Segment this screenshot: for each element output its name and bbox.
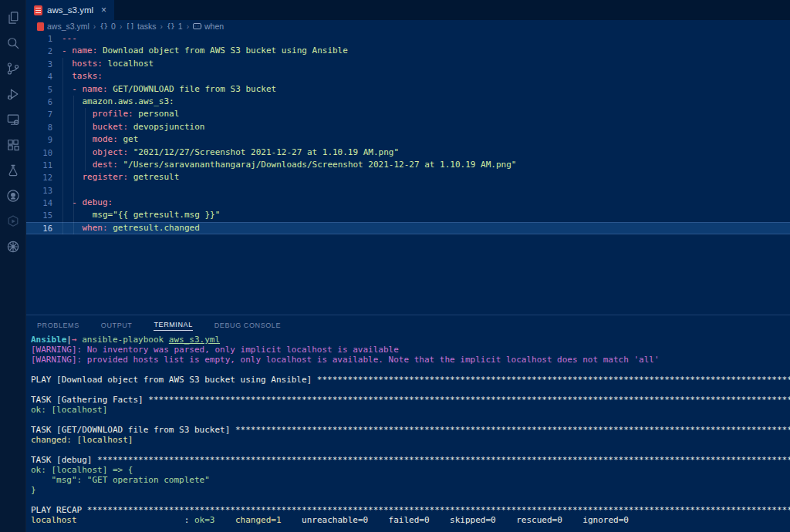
- code-line[interactable]: 2- name: Download object from AWS S3 buc…: [26, 45, 790, 57]
- breadcrumb-item-tasks[interactable]: []tasks: [126, 22, 156, 31]
- terminal-line: changed: [localhost]: [31, 435, 790, 445]
- terminal-line: "msg": "GET operation complete": [31, 475, 790, 485]
- source-control-icon[interactable]: [0, 56, 26, 81]
- breadcrumb-label: 0: [111, 22, 116, 31]
- line-number[interactable]: 1: [26, 32, 62, 45]
- code-line[interactable]: 6 amazon.aws.aws_s3:: [26, 96, 790, 108]
- bottom-panel: PROBLEMSOUTPUTTERMINALDEBUG CONSOLE Ansi…: [26, 315, 790, 532]
- code-text: object: "2021/12/27/Screenshot 2021-12-2…: [62, 146, 399, 159]
- line-number[interactable]: 11: [26, 159, 62, 171]
- line-number[interactable]: 15: [26, 209, 62, 221]
- panel-tab-problems[interactable]: PROBLEMS: [37, 319, 79, 331]
- code-text: register: getresult: [62, 171, 179, 184]
- terminal-line: Ansible|→ ansible-playbook aws_s3.yml: [31, 335, 790, 345]
- code-line[interactable]: 15 msg="{{ getresult.msg }}": [26, 209, 790, 221]
- code-text: tasks:: [62, 70, 103, 82]
- explorer-icon[interactable]: [0, 5, 26, 30]
- code-line[interactable]: 7 profile: personal: [26, 108, 790, 120]
- terminal-line: TASK [GET/DOWNLOAD file from S3 bucket] …: [31, 425, 790, 435]
- code-line[interactable]: 4 tasks:: [26, 70, 790, 82]
- panel-tab-bar: PROBLEMSOUTPUTTERMINALDEBUG CONSOLE: [26, 315, 790, 334]
- tab-aws-s3-yml[interactable]: aws_s3.yml ×: [26, 0, 114, 20]
- line-number[interactable]: 12: [26, 171, 62, 184]
- breadcrumb: aws_s3.yml›{}0›[]tasks›{}1›···when: [26, 20, 790, 32]
- testing-beaker-icon[interactable]: [0, 157, 26, 183]
- terminal-line: ok: [localhost]: [31, 405, 790, 415]
- terminal-line: PLAY [Download object from AWS S3 bucket…: [31, 375, 790, 385]
- line-number[interactable]: 10: [26, 146, 62, 159]
- code-line[interactable]: 8 bucket: devopsjunction: [26, 121, 790, 133]
- tab-bar: aws_s3.yml ×: [26, 0, 790, 20]
- github-icon[interactable]: [0, 183, 26, 208]
- panel-tab-terminal[interactable]: TERMINAL: [154, 318, 192, 331]
- breadcrumb-item-1[interactable]: {}1: [167, 22, 183, 31]
- code-text: hosts: localhost: [62, 58, 154, 70]
- code-line[interactable]: 16 when: getresult.changed: [26, 222, 790, 234]
- panel-tab-debug-console[interactable]: DEBUG CONSOLE: [214, 319, 281, 331]
- terminal-line: [31, 365, 790, 375]
- terminal-line: [WARNING]: provided hosts list is empty,…: [31, 355, 790, 365]
- extensions-icon[interactable]: [0, 132, 26, 157]
- line-number[interactable]: 16: [26, 222, 62, 234]
- activity-bar: [0, 0, 26, 532]
- code-line[interactable]: 10 object: "2021/12/27/Screenshot 2021-1…: [26, 146, 790, 159]
- remote-explorer-icon[interactable]: [0, 106, 26, 132]
- search-icon[interactable]: [0, 30, 26, 56]
- terminal-line: [WARNING]: No inventory was parsed, only…: [31, 345, 790, 355]
- braces-icon: {}: [100, 22, 108, 30]
- terminal-line: TASK [Gathering Facts] *****************…: [31, 395, 790, 405]
- breadcrumb-separator: ›: [93, 22, 96, 31]
- run-and-debug-icon[interactable]: [0, 81, 26, 106]
- code-text: when: getresult.changed: [62, 222, 200, 234]
- editor-lines: 1---2- name: Download object from AWS S3…: [26, 32, 790, 234]
- close-icon[interactable]: ×: [101, 5, 106, 15]
- code-line[interactable]: 9 mode: get: [26, 133, 790, 146]
- breadcrumb-item-0[interactable]: {}0: [100, 22, 116, 31]
- line-number[interactable]: 9: [26, 133, 62, 146]
- code-text: - name: GET/DOWNLOAD file from S3 bucket: [62, 83, 276, 96]
- kubernetes-icon[interactable]: [0, 234, 26, 259]
- indent-guide: [73, 96, 74, 234]
- code-text: amazon.aws.aws_s3:: [62, 96, 174, 108]
- containers-icon[interactable]: [0, 208, 26, 234]
- terminal-line: [31, 415, 790, 425]
- code-text: msg="{{ getresult.msg }}": [62, 209, 220, 221]
- line-number[interactable]: 6: [26, 96, 62, 108]
- terminal-line: PLAY RECAP *****************************…: [31, 505, 790, 515]
- code-line[interactable]: 11 dest: "/Users/saravananthangaraj/Down…: [26, 159, 790, 171]
- code-text: - name: Download object from AWS S3 buck…: [62, 45, 348, 57]
- line-number[interactable]: 5: [26, 83, 62, 96]
- code-line[interactable]: 12 register: getresult: [26, 171, 790, 184]
- terminal[interactable]: Ansible|→ ansible-playbook aws_s3.yml[WA…: [26, 334, 790, 532]
- line-number[interactable]: 3: [26, 58, 62, 70]
- breadcrumb-item-when[interactable]: ···when: [193, 22, 224, 31]
- terminal-line: TASK [debug] ***************************…: [31, 455, 790, 465]
- breadcrumb-label: aws_s3.yml: [47, 22, 89, 31]
- terminal-line: ok: [localhost] => {: [31, 465, 790, 475]
- code-text: profile: personal: [62, 108, 179, 120]
- code-line[interactable]: 13: [26, 184, 790, 197]
- breadcrumb-item-aws_s3.yml[interactable]: aws_s3.yml: [37, 22, 89, 31]
- brackets-icon: []: [126, 22, 134, 30]
- code-line[interactable]: 14 - debug:: [26, 197, 790, 209]
- line-number[interactable]: 8: [26, 121, 62, 133]
- code-text: bucket: devopsjunction: [62, 121, 204, 133]
- braces-icon: {}: [167, 22, 175, 30]
- line-number[interactable]: 7: [26, 108, 62, 120]
- editor-group: aws_s3.yml × aws_s3.yml›{}0›[]tasks›{}1›…: [26, 0, 790, 532]
- terminal-line: localhost : ok=3 changed=1 unreachable=0…: [31, 515, 790, 525]
- line-number[interactable]: 14: [26, 197, 62, 209]
- line-number[interactable]: 2: [26, 45, 62, 57]
- code-line[interactable]: 5 - name: GET/DOWNLOAD file from S3 buck…: [26, 83, 790, 96]
- line-number[interactable]: 4: [26, 70, 62, 82]
- code-editor[interactable]: 1---2- name: Download object from AWS S3…: [26, 32, 790, 315]
- breadcrumb-separator: ›: [160, 22, 163, 31]
- yaml-file-icon: [34, 5, 42, 15]
- file-red-icon: [37, 22, 44, 31]
- line-number[interactable]: 13: [26, 184, 62, 197]
- terminal-line: [31, 495, 790, 505]
- code-line[interactable]: 3 hosts: localhost: [26, 58, 790, 70]
- tab-label: aws_s3.yml: [47, 5, 93, 15]
- code-line[interactable]: 1---: [26, 32, 790, 45]
- panel-tab-output[interactable]: OUTPUT: [101, 319, 133, 331]
